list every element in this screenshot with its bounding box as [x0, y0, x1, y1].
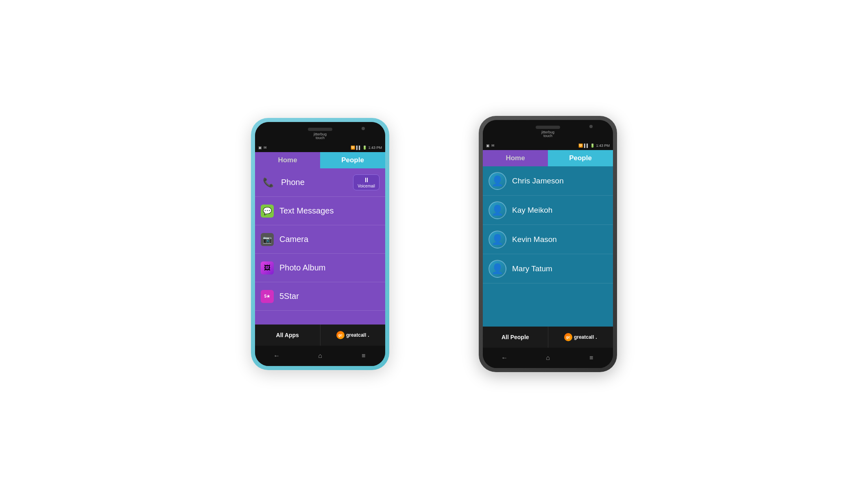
screen-right: Home People 👤 Chris Jameson 👤 Kay Meikoh…: [483, 150, 613, 348]
tab-home-left[interactable]: Home: [255, 152, 320, 168]
back-button-left[interactable]: ←: [270, 349, 284, 363]
home-button-left[interactable]: ⌂: [313, 349, 327, 363]
avatar-3: 👤: [489, 260, 506, 278]
back-button-right[interactable]: ←: [497, 351, 511, 365]
contact-item-0[interactable]: 👤 Chris Jameson: [483, 166, 613, 196]
contact-item-1[interactable]: 👤 Kay Meikoh: [483, 196, 613, 225]
camera-left: [362, 127, 365, 130]
avatar-1: 👤: [489, 201, 506, 219]
greatcall-button-left[interactable]: gc greatcall .: [321, 325, 386, 346]
tabs-right: Home People: [483, 150, 613, 166]
tab-home-right[interactable]: Home: [483, 150, 548, 166]
speaker-left: [308, 128, 332, 131]
menu-item-camera[interactable]: 📷 Camera: [255, 225, 385, 254]
menu-item-photo-album[interactable]: 🖼 Photo Album: [255, 254, 385, 282]
phone-right: jitterbug touch ▣ ✉ 🛜 ▌▌ 🔋 1:43 PM Home: [479, 116, 617, 372]
voicemail-badge[interactable]: ⏸ Voicemail: [353, 174, 379, 190]
camera-icon: 📷: [261, 233, 274, 246]
greatcall-button-right[interactable]: gc greatcall .: [548, 327, 613, 348]
all-people-button[interactable]: All People: [483, 327, 548, 348]
status-bar-right: ▣ ✉ 🛜 ▌▌ 🔋 1:43 PM: [483, 141, 613, 150]
brand-logo-right: jitterbug touch: [541, 131, 554, 138]
contact-item-2[interactable]: 👤 Kevin Mason: [483, 225, 613, 254]
greatcall-logo-icon-right: gc: [564, 333, 572, 341]
action-bar-right: All People gc greatcall .: [483, 327, 613, 348]
top-bezel-right: jitterbug touch: [483, 120, 613, 141]
top-bezel-left: jitterbug touch: [255, 122, 385, 143]
menu-button-left[interactable]: ≡: [357, 349, 371, 363]
status-bar-left: ▣ ✉ 🛜 ▌▌ 🔋 1:43 PM: [255, 143, 385, 152]
home-button-right[interactable]: ⌂: [541, 351, 555, 365]
tab-people-left[interactable]: People: [320, 152, 385, 168]
menu-button-right[interactable]: ≡: [584, 351, 598, 365]
menu-list-left: 📞 Phone ⏸ Voicemail 💬 Text Messages 📷: [255, 168, 385, 325]
fivestar-icon: 5★: [261, 290, 274, 303]
contact-item-3[interactable]: 👤 Mary Tatum: [483, 254, 613, 283]
all-apps-button[interactable]: All Apps: [255, 325, 321, 346]
nav-bar-right: ← ⌂ ≡: [483, 348, 613, 368]
status-icons-right: ▣ ✉: [486, 144, 495, 148]
photo-album-icon: 🖼: [261, 261, 274, 274]
menu-item-phone[interactable]: 📞 Phone ⏸ Voicemail: [255, 168, 385, 197]
menu-item-sms[interactable]: 💬 Text Messages: [255, 197, 385, 225]
speaker-right: [536, 126, 560, 129]
tabs-left: Home People: [255, 152, 385, 168]
action-bar-left: All Apps gc greatcall .: [255, 325, 385, 346]
menu-item-5star[interactable]: 5★ 5Star: [255, 282, 385, 311]
status-time-left: 🛜 ▌▌ 🔋 1:43 PM: [351, 146, 382, 150]
sms-icon: 💬: [261, 205, 274, 218]
avatar-2: 👤: [489, 231, 506, 248]
phone-left: jitterbug touch ▣ ✉ 🛜 ▌▌ 🔋 1:43 PM Home: [251, 118, 389, 370]
nav-bar-left: ← ⌂ ≡: [255, 346, 385, 366]
greatcall-logo-icon: gc: [336, 331, 345, 339]
camera-right: [589, 125, 593, 128]
tab-people-right[interactable]: People: [548, 150, 613, 166]
avatar-0: 👤: [489, 172, 506, 190]
contacts-list: 👤 Chris Jameson 👤 Kay Meikoh 👤 Kevin Mas…: [483, 166, 613, 327]
phone-icon: 📞: [261, 175, 275, 190]
status-time-right: 🛜 ▌▌ 🔋 1:43 PM: [578, 144, 610, 148]
status-icons-left: ▣ ✉: [258, 146, 267, 150]
brand-logo-left: jitterbug touch: [314, 133, 327, 140]
screen-left: Home People 📞 Phone ⏸ Voicemail: [255, 152, 385, 346]
